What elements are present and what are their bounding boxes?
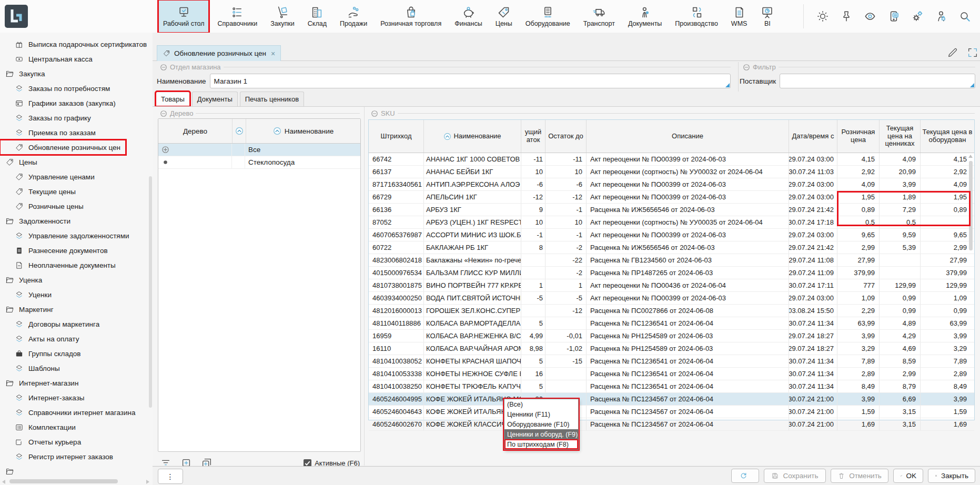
tree-row[interactable]: Стеклопосуда [158, 156, 360, 169]
sidebar-item[interactable]: Шаблоны [0, 361, 65, 376]
content-tab[interactable]: Печать ценников [240, 92, 304, 106]
settings-gears-icon[interactable] [911, 9, 924, 23]
brightness-icon[interactable] [816, 9, 830, 23]
sidebar-item[interactable]: Обновление розничных цен [0, 140, 126, 155]
footer-button[interactable]: Отменить [831, 469, 888, 483]
menu-option[interactable]: (Все) [504, 399, 578, 409]
more-options-button[interactable]: ⋮ [158, 469, 183, 484]
table-row[interactable]: 4603934000250 ВОДА ПИТ.СВЯТОЙ ИСТОЧНИК Н… [369, 292, 974, 305]
eye-icon[interactable] [863, 9, 877, 23]
menu-item[interactable]: Рабочий стол [159, 1, 208, 32]
column-header[interactable]: Розничная цена [837, 120, 880, 153]
supplier-input[interactable] [780, 74, 975, 88]
table-row[interactable]: 4607065376987 АССОРТИ МИНИС ИЗ ШОК.БАТОН… [369, 229, 974, 241]
table-row[interactable]: 4810410038052 КОНФЕТЫ КРАСНАЯ ШАПОЧКА К-… [369, 355, 974, 368]
pin-icon[interactable] [840, 9, 853, 23]
menu-item[interactable]: BI [756, 1, 779, 32]
plus-circle-icon[interactable] [161, 146, 169, 154]
menu-option[interactable]: По штрихкодам (F8) [504, 439, 578, 449]
table-row[interactable]: 60722 БАКЛАЖАН РБ 1КГ 8 -2 Расценка № ИЖ… [369, 241, 974, 254]
sidebar-item[interactable]: Комплектации [0, 420, 81, 435]
collapse-icon[interactable] [371, 110, 378, 117]
sort-column[interactable] [233, 119, 246, 143]
sidebar-item[interactable]: Маркетинг [0, 302, 59, 317]
menu-item[interactable]: Финансы [450, 1, 486, 32]
menu-item[interactable]: Справочники [213, 1, 261, 32]
column-header[interactable]: Штрихкод [369, 120, 424, 153]
tree-row[interactable]: Все [158, 144, 360, 156]
expand-icon[interactable] [967, 47, 978, 58]
collapse-icon[interactable] [160, 110, 167, 117]
sidebar-item[interactable]: Центральная касса [0, 52, 98, 66]
sidebar-item[interactable]: Неоплаченные документы [0, 258, 121, 272]
menu-item[interactable]: Документы [624, 1, 666, 32]
menu-item[interactable]: Производство [671, 1, 722, 32]
table-row[interactable]: 4812016000013 ГОРОШЕК ЗЕЛ.КОНС.СУПЕР! 42… [369, 305, 974, 317]
sidebar-item[interactable]: Задолженности [0, 214, 76, 228]
menu-item[interactable]: Склад [304, 1, 331, 32]
user-lock-icon[interactable] [934, 9, 948, 23]
sidebar-item[interactable]: Разнесение документов [0, 243, 113, 258]
scroll-thumb[interactable] [969, 161, 973, 250]
table-row[interactable]: 4823006802418 Баклажаны «Нежин» по-грече… [369, 254, 974, 267]
column-header[interactable]: ущий аток [521, 120, 545, 153]
sidebar-item[interactable]: Розничные цены [0, 199, 89, 214]
sort-icon[interactable] [235, 127, 244, 135]
sidebar-item[interactable]: Цены [0, 155, 43, 169]
search-icon[interactable] [958, 9, 972, 23]
collapse-icon[interactable] [743, 64, 750, 71]
table-row[interactable]: 66136 АРБУЗ 1КГ 9 -1 Расценка № ИЖ565654… [369, 204, 974, 216]
document-tab[interactable]: Обновление розничных цен × [157, 45, 281, 61]
sidebar-item[interactable]: Уценка [0, 272, 47, 287]
sidebar-vertical-scrollbar[interactable] [149, 176, 152, 408]
content-tab[interactable]: Товары [156, 92, 190, 106]
column-header[interactable]: Наименование [424, 120, 521, 153]
sidebar-item[interactable]: Отчеты курьера [0, 435, 86, 449]
table-row[interactable]: 66137 АНАНАС БЕЙБИ 1КГ 10 10 Акт переоце… [369, 166, 974, 178]
sidebar-item[interactable]: Графики заказов (закупка) [0, 96, 121, 110]
sidebar-item[interactable]: Договоры маркетинга [0, 317, 105, 331]
table-row[interactable]: 4015000976534 БАЛЬЗАМ ГЛИСС КУР МИЛЛИОН … [369, 267, 974, 279]
table-row[interactable]: 4811040118886 КОЛБАСА ВАР.МОРТАДЕЛЛА В/С… [369, 317, 974, 330]
sidebar-item[interactable]: Закупка [0, 66, 50, 81]
table-row[interactable]: 87052 АРБУЗ (УЦЕН.) 1КГ RESPECT 10 10 Ак… [369, 216, 974, 229]
menu-item[interactable]: Транспорт [579, 1, 619, 32]
collapse-icon[interactable] [160, 64, 167, 71]
tab-close-icon[interactable]: × [271, 49, 275, 58]
sidebar-item[interactable]: Приемка по заказам [0, 125, 101, 140]
column-header[interactable]: Текущая цена в оборудован [921, 120, 974, 153]
scroll-up-icon[interactable] [968, 155, 973, 158]
table-row[interactable]: 66742 АНАНАС 1КГ 1000 СОВЕТОВ ДАЧНИ -11 … [369, 153, 974, 166]
column-header-name[interactable]: Наименование [246, 119, 360, 143]
sidebar-item[interactable]: Интернет-заказы [0, 390, 90, 405]
menu-item[interactable]: Цены [491, 1, 517, 32]
sidebar-item[interactable]: Выписка подарочных сертификатов [0, 37, 152, 52]
sidebar-item[interactable]: Уценки [0, 287, 57, 302]
dot-icon[interactable] [161, 158, 169, 166]
table-row[interactable]: 8717163340561 АНТИП.АЭР.РЕКСОНА АЛОЭ ВЕР… [369, 178, 974, 191]
menu-item[interactable]: Оборудование [521, 1, 574, 32]
sidebar-item[interactable]: Заказы по графику [0, 110, 96, 125]
column-header[interactable]: Текущая цена на ценниках [880, 120, 921, 153]
store-name-input[interactable]: Магазин 1 [210, 74, 731, 88]
scroll-right-icon[interactable] [146, 480, 149, 484]
sidebar-item[interactable]: Интернет-магазин [0, 376, 84, 390]
sidebar-horizontal-scrollbar[interactable] [2, 479, 149, 483]
menu-option[interactable]: Ценники и оборуд. (F9) [504, 429, 578, 439]
table-row[interactable]: 4810410038250 КОНФЕТЫ ТРЮФЕЛЬ КАПУЧИНО 3… [369, 380, 974, 393]
sidebar-item[interactable]: Регистр интернет заказов [0, 449, 118, 464]
footer-button[interactable] [731, 469, 759, 483]
table-row[interactable]: 66729 АПЕЛЬСИН 1КГ -12 -12 Акт переоценк… [369, 191, 974, 204]
table-row[interactable]: 16959 КОЛБАСА ВАР.НЕЖЕНКА В/С 1КГ ГА 4,9… [369, 330, 974, 342]
device-chat-icon[interactable] [887, 9, 901, 23]
menu-option[interactable]: Оборудование (F10) [504, 419, 578, 429]
sidebar-item[interactable] [0, 464, 24, 479]
sidebar-item[interactable]: Управление задолженностями [0, 228, 135, 243]
sidebar-item[interactable]: Текущие цены [0, 184, 81, 199]
menu-item[interactable]: Розничная торговля [376, 1, 446, 32]
pencil-icon[interactable] [947, 47, 958, 58]
menu-option[interactable]: Ценники (F11) [504, 409, 578, 419]
sidebar-item[interactable]: Акты на оплату [0, 331, 84, 346]
table-row[interactable]: 4810410053338 КОНФЕТЫ НЕЖНОЕ СУФЛЕ ВИШНЕ… [369, 368, 974, 380]
column-header[interactable]: Остаток до [545, 120, 587, 153]
